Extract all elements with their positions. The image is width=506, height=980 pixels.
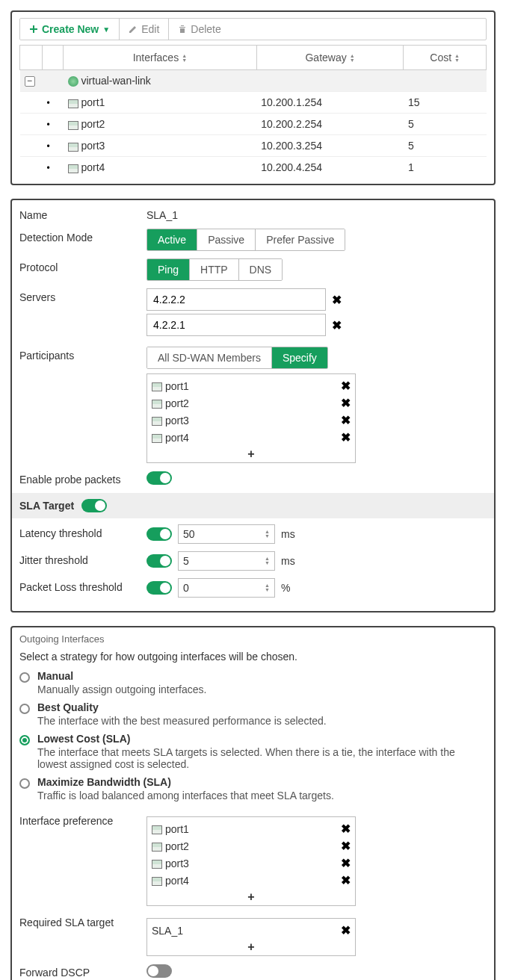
protocol-label: Protocol (19, 258, 146, 273)
manual-title: Manual (37, 670, 206, 682)
trash-icon (178, 25, 187, 34)
list-item[interactable]: port3✖ (152, 412, 351, 429)
collapse-icon[interactable]: − (25, 76, 35, 87)
remove-server-icon[interactable]: ✖ (332, 293, 342, 307)
remove-icon[interactable]: ✖ (341, 856, 351, 870)
jitter-label: Jitter threshold (19, 551, 146, 566)
outgoing-title: Outgoing Interfaces (19, 633, 487, 645)
chevron-down-icon: ▼ (102, 25, 110, 34)
edit-button[interactable]: Edit (120, 19, 169, 40)
manual-desc: Manually assign outgoing interfaces. (37, 683, 206, 695)
remove-icon[interactable]: ✖ (341, 839, 351, 853)
delete-button[interactable]: Delete (169, 19, 229, 40)
stepper-icon[interactable]: ▲▼ (265, 583, 270, 592)
wan-table: Interfaces▲▼ Gateway▲▼ Cost▲▼ − virtual-… (19, 45, 487, 178)
add-interface-button[interactable]: + (152, 889, 351, 904)
remove-server-icon[interactable]: ✖ (332, 318, 342, 332)
server-input-1[interactable] (146, 314, 326, 336)
bullet-icon: • (47, 120, 50, 130)
jitter-input[interactable]: 5▲▼ (178, 551, 275, 571)
strategy-lowest-cost[interactable]: Lowest Cost (SLA) The interface that mee… (19, 733, 487, 770)
latency-input[interactable]: 50▲▼ (178, 524, 275, 544)
remove-icon[interactable]: ✖ (341, 873, 351, 887)
protocol-ping-button[interactable]: Ping (147, 259, 190, 280)
latency-toggle[interactable] (146, 527, 172, 541)
probe-toggle[interactable] (146, 471, 172, 485)
loss-unit: % (281, 582, 290, 594)
detection-active-button[interactable]: Active (147, 229, 197, 250)
participants-specify-button[interactable]: Specify (272, 347, 327, 368)
best-title: Best Quality (37, 701, 327, 713)
jitter-toggle[interactable] (146, 554, 172, 568)
list-item[interactable]: port1✖ (152, 377, 351, 394)
remove-icon[interactable]: ✖ (341, 923, 351, 937)
req-sla-label: Required SLA target (19, 914, 146, 928)
protocol-segmented: Ping HTTP DNS (146, 258, 283, 281)
jitter-unit: ms (281, 555, 295, 567)
wan-links-panel: Create New ▼ Edit Delete Interfaces▲▼ Ga… (10, 10, 496, 185)
detection-prefer-button[interactable]: Prefer Passive (256, 229, 345, 250)
list-item[interactable]: port2✖ (152, 837, 351, 855)
list-item[interactable]: port2✖ (152, 394, 351, 412)
pref-label: Interface preference (19, 812, 146, 827)
remove-icon[interactable]: ✖ (341, 379, 351, 393)
sla-target-header: SLA Target (12, 493, 494, 518)
loss-input[interactable]: 0▲▼ (178, 578, 275, 598)
stepper-icon[interactable]: ▲▼ (265, 530, 270, 539)
outgoing-intro: Select a strategy for how outgoing inter… (19, 651, 487, 663)
list-item[interactable]: port1✖ (152, 820, 351, 837)
remove-icon[interactable]: ✖ (341, 822, 351, 836)
strategy-manual[interactable]: Manual Manually assign outgoing interfac… (19, 670, 487, 695)
nic-icon (152, 382, 162, 391)
strategy-best-quality[interactable]: Best Quality The interface with the best… (19, 701, 487, 727)
sort-icon: ▲▼ (454, 54, 460, 63)
fwd-dscp-toggle[interactable] (146, 964, 172, 978)
participants-segmented: All SD-WAN Members Specify (146, 347, 328, 369)
protocol-dns-button[interactable]: DNS (239, 259, 283, 280)
remove-icon[interactable]: ✖ (341, 430, 351, 444)
nic-icon (68, 143, 78, 152)
sla-form-panel: Name SLA_1 Detection Mode Active Passive… (10, 199, 496, 612)
nic-icon (152, 877, 162, 886)
radio-icon-selected (19, 735, 30, 745)
protocol-http-button[interactable]: HTTP (190, 259, 239, 280)
list-item[interactable]: port3✖ (152, 855, 351, 872)
nic-icon (152, 417, 162, 426)
radio-icon (19, 672, 30, 683)
bullet-icon: • (47, 141, 50, 152)
nic-icon (68, 99, 78, 108)
table-row[interactable]: • port4 10.200.4.254 1 (20, 157, 487, 179)
sla-target-toggle[interactable] (81, 499, 107, 512)
nic-icon (152, 434, 162, 443)
max-title: Maximize Bandwidth (SLA) (37, 776, 334, 788)
bullet-icon: • (47, 98, 50, 108)
table-row-root[interactable]: − virtual-wan-link (20, 70, 487, 92)
table-row[interactable]: • port3 10.200.3.254 5 (20, 135, 487, 157)
col-gateway[interactable]: Gateway▲▼ (256, 46, 404, 70)
max-desc: Traffic is load balanced among interface… (37, 790, 334, 801)
list-item[interactable]: SLA_1✖ (152, 922, 351, 939)
latency-label: Latency threshold (19, 524, 146, 539)
stepper-icon[interactable]: ▲▼ (265, 556, 270, 565)
table-row[interactable]: • port1 10.200.1.254 15 (20, 92, 487, 114)
list-item[interactable]: port4✖ (152, 429, 351, 446)
list-item[interactable]: port4✖ (152, 872, 351, 889)
col-cost[interactable]: Cost▲▼ (404, 46, 487, 70)
plus-icon (29, 25, 38, 34)
server-input-0[interactable] (146, 288, 326, 311)
table-row[interactable]: • port2 10.200.2.254 5 (20, 114, 487, 135)
nic-icon (68, 121, 78, 130)
add-sla-button[interactable]: + (152, 939, 351, 954)
col-interfaces[interactable]: Interfaces▲▼ (64, 46, 257, 70)
detection-passive-button[interactable]: Passive (197, 229, 256, 250)
participants-all-button[interactable]: All SD-WAN Members (147, 347, 272, 368)
delete-label: Delete (191, 23, 220, 35)
detection-label: Detection Mode (19, 229, 146, 244)
create-new-button[interactable]: Create New ▼ (20, 19, 120, 40)
latency-unit: ms (281, 528, 295, 540)
strategy-max-bandwidth[interactable]: Maximize Bandwidth (SLA) Traffic is load… (19, 776, 487, 801)
remove-icon[interactable]: ✖ (341, 413, 351, 427)
remove-icon[interactable]: ✖ (341, 396, 351, 410)
loss-toggle[interactable] (146, 581, 172, 595)
add-participant-button[interactable]: + (152, 446, 351, 461)
